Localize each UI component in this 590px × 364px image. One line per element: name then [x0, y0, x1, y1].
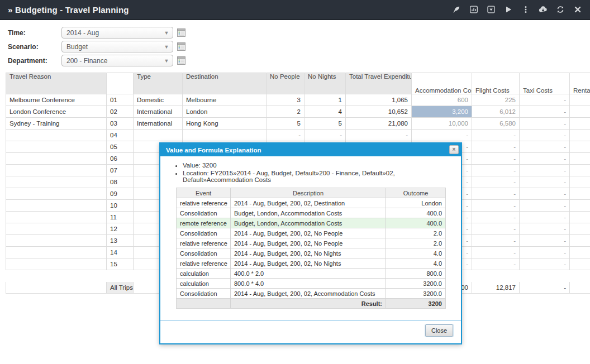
cell-taxi-costs[interactable]: - — [520, 188, 570, 200]
cell-taxi-costs[interactable]: - — [520, 235, 570, 247]
cell-flight-costs[interactable]: - — [472, 247, 520, 258]
cell-flight-costs[interactable]: - — [472, 165, 520, 176]
cell-taxi-costs[interactable]: - — [520, 130, 570, 141]
cell-type[interactable]: Domestic — [134, 94, 183, 106]
cell-travel-reason[interactable]: Melbourne Conference — [6, 94, 107, 106]
cell-travel-reason[interactable] — [6, 247, 107, 258]
cell-accommodation-costs[interactable]: 600 — [412, 94, 472, 106]
filter-dropdown[interactable]: 2014 - Aug ▼ — [61, 27, 173, 39]
close-button[interactable]: Close — [425, 324, 453, 337]
cell-taxi-costs[interactable]: - — [520, 200, 570, 212]
cell-travel-reason[interactable] — [6, 188, 107, 200]
kebab-menu-icon[interactable] — [521, 5, 530, 15]
cell-total-expenditure[interactable]: 10,652 — [346, 106, 412, 118]
cell-destination[interactable] — [183, 130, 267, 141]
cell-flight-costs[interactable]: - — [472, 258, 520, 270]
cell-travel-reason[interactable]: London Conference — [6, 106, 107, 118]
close-icon[interactable] — [573, 5, 582, 15]
cell-rental[interactable] — [570, 212, 590, 223]
cell-destination[interactable]: Melbourne — [183, 94, 267, 106]
cell-travel-reason[interactable] — [6, 165, 107, 176]
cell-rental[interactable] — [570, 130, 590, 141]
cell-rental[interactable] — [570, 153, 590, 165]
cell-taxi-costs[interactable]: - — [520, 94, 570, 106]
cell-travel-reason[interactable] — [6, 141, 107, 153]
cell-taxi-costs[interactable]: - — [520, 212, 570, 223]
cell-taxi-costs[interactable]: - — [520, 165, 570, 176]
cell-accommodation-costs[interactable]: 10,000 — [412, 118, 472, 130]
play-icon[interactable] — [503, 5, 513, 15]
cell-flight-costs[interactable]: - — [472, 130, 520, 141]
cell-type[interactable] — [134, 130, 183, 141]
cell-rental[interactable] — [570, 223, 590, 235]
cell-taxi-costs[interactable]: - — [520, 141, 570, 153]
cell-taxi-costs[interactable]: - — [520, 247, 570, 258]
cell-travel-reason[interactable]: Sydney - Training — [6, 118, 107, 130]
cell-accommodation-costs[interactable]: 3,200 — [412, 106, 472, 118]
cell-rental[interactable] — [570, 258, 590, 270]
cell-flight-costs[interactable]: - — [472, 176, 520, 188]
cell-rental[interactable] — [570, 247, 590, 258]
cell-travel-reason[interactable] — [6, 176, 107, 188]
cell-flight-costs[interactable]: 6,012 — [472, 106, 520, 118]
leaf-icon[interactable] — [451, 5, 461, 15]
cell-flight-costs[interactable]: - — [472, 223, 520, 235]
cell-travel-reason[interactable] — [6, 130, 107, 141]
cell-no-people[interactable]: 2 — [267, 106, 304, 118]
cell-total-expenditure[interactable]: 1,065 — [346, 94, 412, 106]
cell-rental[interactable] — [570, 118, 590, 130]
dropdown-panel-icon[interactable] — [486, 5, 496, 15]
dialog-close-icon[interactable]: × — [449, 145, 459, 154]
cell-type[interactable]: International — [134, 118, 183, 130]
dimension-dialog-button[interactable] — [177, 56, 186, 65]
cell-travel-reason[interactable] — [6, 153, 107, 165]
cell-flight-costs[interactable]: - — [472, 235, 520, 247]
cell-no-people[interactable]: 5 — [267, 118, 304, 130]
cell-flight-costs[interactable]: - — [472, 141, 520, 153]
cell-total-expenditure[interactable]: - — [346, 130, 412, 141]
cell-destination[interactable]: London — [183, 106, 267, 118]
cell-no-nights[interactable]: - — [304, 130, 346, 141]
cell-accommodation-costs[interactable]: - — [412, 130, 472, 141]
cell-flight-costs[interactable]: 225 — [472, 94, 520, 106]
cell-taxi-costs[interactable]: - — [520, 106, 570, 118]
cell-rental[interactable] — [570, 106, 590, 118]
cell-rental[interactable] — [570, 165, 590, 176]
cell-taxi-costs[interactable]: - — [520, 258, 570, 270]
cell-rental[interactable] — [570, 200, 590, 212]
cell-flight-costs[interactable]: - — [472, 153, 520, 165]
cell-rental[interactable] — [570, 176, 590, 188]
dimension-dialog-button[interactable] — [177, 28, 186, 37]
cell-no-people[interactable]: - — [267, 130, 304, 141]
cell-no-nights[interactable]: 4 — [304, 106, 346, 118]
cell-rental[interactable] — [570, 141, 590, 153]
filter-dropdown[interactable]: 200 - Finance ▼ — [61, 55, 173, 66]
dimension-dialog-button[interactable] — [177, 42, 186, 51]
cell-rental[interactable] — [570, 94, 590, 106]
cell-type[interactable]: International — [134, 106, 183, 118]
refresh-icon[interactable] — [555, 5, 565, 15]
cell-taxi-costs[interactable]: - — [520, 153, 570, 165]
cell-no-nights[interactable]: 1 — [304, 94, 346, 106]
cloud-download-icon[interactable] — [538, 5, 548, 15]
filter-dropdown[interactable]: Budget ▼ — [61, 41, 173, 52]
cell-travel-reason[interactable] — [6, 258, 107, 270]
cell-total-expenditure[interactable]: 21,080 — [346, 118, 412, 130]
cell-travel-reason[interactable] — [6, 223, 107, 235]
cell-taxi-costs[interactable]: - — [520, 118, 570, 130]
cell-flight-costs[interactable]: - — [472, 188, 520, 200]
cell-flight-costs[interactable]: - — [472, 212, 520, 223]
cell-travel-reason[interactable] — [6, 235, 107, 247]
cell-flight-costs[interactable]: 6,580 — [472, 118, 520, 130]
cell-taxi-costs[interactable]: - — [520, 176, 570, 188]
cell-no-nights[interactable]: 5 — [304, 118, 346, 130]
cell-rental[interactable] — [570, 188, 590, 200]
cell-no-people[interactable]: 3 — [267, 94, 304, 106]
cell-taxi-costs[interactable]: - — [520, 223, 570, 235]
cell-flight-costs[interactable]: - — [472, 200, 520, 212]
cell-rental[interactable] — [570, 235, 590, 247]
cell-travel-reason[interactable] — [6, 200, 107, 212]
cell-travel-reason[interactable] — [6, 212, 107, 223]
cell-destination[interactable]: Hong Kong — [183, 118, 267, 130]
bar-chart-icon[interactable] — [469, 5, 478, 15]
